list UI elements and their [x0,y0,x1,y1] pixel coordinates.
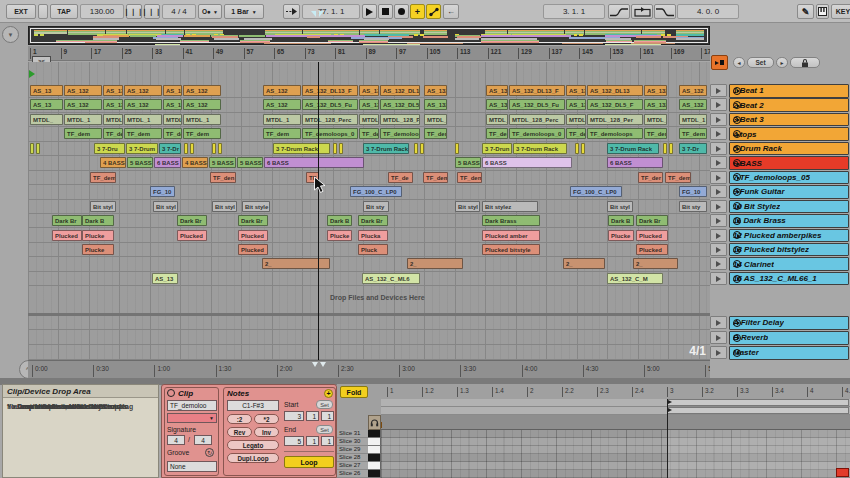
arrangement-clip[interactable]: Dark Brass [482,215,540,226]
arrangement-clip[interactable]: TF_de [359,128,379,139]
arrangement-clip[interactable]: Bit styl [455,201,480,212]
show-overview-toggle[interactable]: ▼ [2,26,19,43]
tap-tempo-button[interactable]: TAP [50,4,78,19]
reverse-button[interactable]: Rev [227,427,252,437]
arrangement-clip[interactable] [333,143,337,154]
arrangement-clip[interactable]: 5 BASS [209,157,236,168]
duplicate-loop-button[interactable]: Dupl.Loop [227,453,279,463]
arrangement-clip[interactable]: 3 7-Drum Rack [273,143,330,154]
clip-name-field[interactable]: TF_demoloo [167,400,217,411]
arrangement-clip[interactable]: MTDL_128_Per [587,114,643,125]
loop-region[interactable] [667,399,849,406]
arrangement-clip[interactable] [30,143,34,154]
arrangement-clip[interactable]: AS_13 [152,273,178,284]
arrangement-clip[interactable]: AS_132 [124,99,162,110]
arrangement-clip[interactable]: Plucked [52,230,82,241]
loop-end-beat-field[interactable]: 1 [306,436,319,446]
arrangement-clip[interactable]: Bit sty [679,201,707,212]
arrangement-clip[interactable]: AS_132 [263,99,301,110]
arrangement-clip[interactable]: TF_den [210,172,236,183]
arrangement-clip[interactable]: 6 BASS [154,157,181,168]
track-unfold-button[interactable] [710,316,727,329]
track-unfold-button[interactable] [710,156,727,169]
arrangement-clip[interactable]: Dark Br [177,215,207,226]
quantization-menu[interactable]: O● ▼ [198,4,222,19]
arrangement-clip[interactable]: AS_13 [163,85,182,96]
groove-commit-button[interactable]: ↻ [205,448,214,457]
arrangement-clip[interactable]: TF_dem [486,128,508,139]
arrangement-clip[interactable]: TF_den [457,172,482,183]
arrangement-overview[interactable] [28,26,710,45]
arrangement-clip[interactable]: FG_10 [679,186,707,197]
arrangement-clip[interactable]: AS_132_DL5_F [587,99,643,110]
note-range-field[interactable]: C1-F#3 [227,400,279,411]
arrangement-clip[interactable]: Plucked [636,230,668,241]
legato-button[interactable]: Legato [227,440,279,450]
arrangement-clip[interactable]: Plucked [238,230,268,241]
arrangement-clip[interactable]: AS_13 [359,85,379,96]
note-row[interactable] [381,446,850,454]
arrangement-clip[interactable]: 3 7-Drum Rack [607,143,659,154]
clip-activator-button[interactable] [167,389,175,397]
nudge-up-button[interactable]: ❘❘❘ [144,4,160,19]
track-lane[interactable]: 4 BASS5 BASS6 BASS4 BASS5 BASS5 BASS6 BA… [28,156,710,170]
arrangement-clip[interactable]: TF_de [388,172,413,183]
track-header[interactable]: 10 Bit Stylez [729,200,849,214]
fold-button[interactable]: Fold [340,386,368,398]
arrangement-clip[interactable]: 3 7-Drun [482,143,512,154]
arrangement-clip[interactable]: 4 BASS [100,157,126,168]
arrangement-clip[interactable]: Plucke [608,230,634,241]
selection-start-marker[interactable] [311,11,316,17]
arrangement-clip[interactable]: AS_132_DL13_F [302,85,358,96]
arrangement-clip[interactable]: FG_100_C_LP0 [570,186,622,197]
track-unfold-button[interactable] [710,171,727,184]
arrangement-clip[interactable]: AS_132_DL13_F [509,85,565,96]
arrangement-clip[interactable]: Bit styl [607,201,633,212]
loop-start-sixteenth-field[interactable]: 1 [321,411,334,421]
double-tempo-button[interactable]: *2 [254,414,279,424]
invert-button[interactable]: Inv [254,427,279,437]
clip-signature-numerator[interactable]: 4 [167,435,185,445]
arrangement-clip[interactable]: AS_132 [124,85,162,96]
arrangement-clip[interactable]: AS_132 [679,99,707,110]
selection-end-marker[interactable] [319,11,324,17]
arrangement-clip[interactable]: AS_132 [183,99,221,110]
arrangement-clip[interactable]: 5 BASS [455,157,481,168]
arrangement-clip[interactable]: Plucke [82,244,114,255]
clip-signature-denominator[interactable]: 4 [194,435,212,445]
scrub-area[interactable] [368,415,850,430]
arrangement-clip[interactable]: MTDL_ [30,114,63,125]
track-header[interactable]: 9 Funk Guitar [729,185,849,199]
arrangement-clip[interactable]: AS_132 [424,85,447,96]
track-unfold-button[interactable] [710,113,727,126]
arrangement-clip[interactable]: MTDL_1 [124,114,162,125]
track-header[interactable]: 4 tops [729,127,849,141]
arrangement-clip[interactable]: 5 BASS [237,157,263,168]
arrangement-clip[interactable] [663,143,667,154]
arrangement-clip[interactable]: 5 BASS [127,157,153,168]
track-unfold-button[interactable] [710,200,727,213]
track-unfold-button[interactable] [710,229,727,242]
piano-key[interactable] [368,462,381,470]
arrangement-clip[interactable]: Plucked [636,244,668,255]
playhead-triangle-icon[interactable] [312,362,318,367]
arrangement-clip[interactable]: TF_dem [679,128,707,139]
return-lane[interactable] [28,346,710,360]
arrangement-clip[interactable]: MTDL_1 [263,114,301,125]
arrangement-clip[interactable]: Dark B [608,215,634,226]
arrangement-clip[interactable] [184,143,188,154]
track-lane[interactable]: TF_demTF_denTFTF_deTF_demTF_denTF_derTF_… [28,171,710,185]
arrangement-clip[interactable]: TF_demoloops_0 [509,128,565,139]
track-unfold-button[interactable] [710,84,727,97]
arrangement-clip[interactable]: AS_13 [30,85,63,96]
arrangement-clip[interactable]: TF_dem [644,128,667,139]
play-button[interactable] [362,4,377,19]
loop-end-sixteenth-field[interactable]: 1 [321,436,334,446]
arrangement-clip[interactable]: Bit sty [363,201,389,212]
track-header[interactable]: 14 Clarinet [729,257,849,271]
arrangement-clip[interactable]: 3 7-Drum Rack [363,143,409,154]
arrangement-clip[interactable]: AS_132 [64,99,102,110]
track-lane[interactable]: PluckePluckedPluckPlucked bitstylePlucke… [28,243,710,257]
arrangement-clip[interactable]: AS_132_C_M [607,273,663,284]
midi-keyboard-button[interactable] [816,4,829,19]
